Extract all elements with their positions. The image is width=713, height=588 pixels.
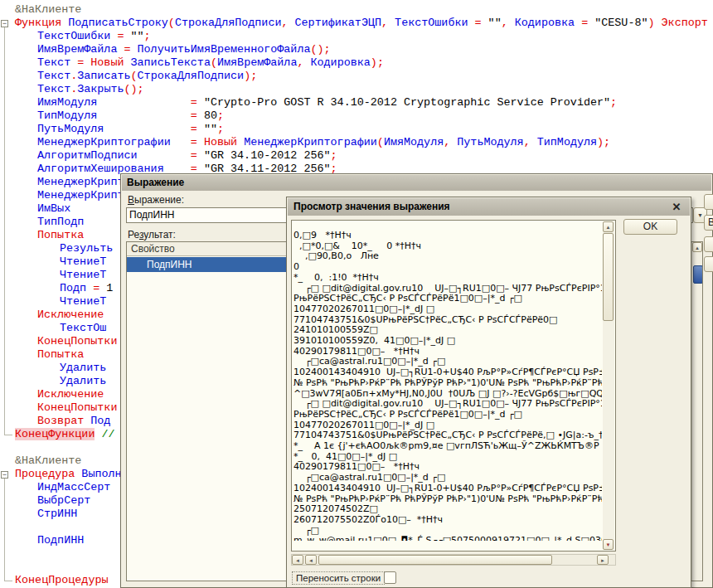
scroll-left-icon[interactable]: ◄ (292, 555, 303, 565)
code-line: Текст.Записать(СтрокаДляПодписи); (37, 70, 257, 83)
code-line: КонецФункции // (15, 428, 115, 441)
code-line: ЧтениеТ (60, 269, 106, 282)
expression-value-text[interactable]: 0,□9 *†Н†ч ,□*0,□& 10*_ 0 *†Н†ч ,□90,В0,… (293, 231, 602, 541)
expression-dialog-titlebar[interactable]: Выражение (122, 175, 711, 191)
scroll-up-icon[interactable]: ▲ (603, 221, 614, 232)
code-line: ПутьМодуля = ""; (37, 123, 224, 136)
code-line: Попытка (37, 348, 84, 362)
dialog-side-button[interactable] (704, 236, 713, 252)
code-line: Текст = Новый ЗаписьТекста(ИмяВремФайла,… (37, 56, 384, 70)
code-line: ПодпИНН (37, 534, 84, 547)
fold-guide-line (4, 27, 12, 435)
result-label: Результат: (128, 229, 176, 241)
code-line: Текст.Закрыть(); (37, 83, 144, 96)
code-line: ЧтениеТ (60, 295, 106, 309)
fold-collapse-icon[interactable]: − (1, 20, 8, 27)
scrollbar-thumb[interactable] (693, 265, 703, 284)
code-line: Исключение (37, 309, 104, 322)
scroll-down-icon[interactable]: ▼ (603, 539, 614, 550)
dialog-side-button[interactable] (704, 256, 713, 272)
fold-guide-line (4, 479, 12, 581)
code-line: Функция ПодписатьСтроку(СтрокаДляПодписи… (15, 17, 708, 30)
code-line: МенеджерКриптографии = Новый МенеджерКри… (37, 136, 610, 149)
code-line: ТекстОш (60, 322, 106, 335)
code-line: ТекстОшибки = ""; (37, 30, 151, 43)
code-line: Удалить (60, 362, 106, 375)
value-dialog-title: Просмотр значения выражения (293, 201, 450, 212)
code-line: Попытка (37, 229, 84, 242)
expression-value-dialog: Просмотр значения выражения ✕ 0,□9 *†Н†ч… (286, 197, 691, 588)
code-line: ВыбрСерт (37, 494, 90, 508)
code-line: Исключение (37, 388, 104, 401)
code-line: Процедура Выполн (15, 468, 122, 481)
expression-dialog-title: Выражение (127, 177, 184, 188)
ok-button[interactable]: OK (623, 219, 677, 235)
fold-collapse-icon[interactable]: − (1, 471, 8, 479)
code-line: ЧтениеТ (60, 255, 106, 269)
code-line: Возврат Под (37, 415, 110, 428)
code-line: КонецПопытки (37, 335, 117, 348)
value-vertical-scrollbar[interactable]: ▲ ▼ (603, 221, 614, 550)
wrap-lines-label[interactable]: Переносить строки (292, 571, 385, 585)
scroll-up-icon[interactable]: ▲ (692, 242, 702, 252)
value-horizontal-scrollbar[interactable]: ◄ ◄ ► (291, 554, 616, 566)
scroll-left-icon[interactable]: ◄ (305, 555, 317, 565)
code-line: ТипПодп (37, 216, 84, 229)
result-table-scrollbar[interactable]: ▲ (691, 242, 702, 581)
scroll-right-icon[interactable]: ► (597, 555, 609, 565)
code-line: АлгоритмПодписи = "GR 34.10-2012 256"; (37, 149, 337, 163)
code-line: ИмяВремФайла = ПолучитьИмяВременногоФайл… (37, 43, 331, 56)
code-line: &НаКлиенте (15, 3, 81, 17)
wrap-lines-checkbox[interactable] (384, 571, 396, 584)
code-line: Удалить (60, 375, 106, 388)
dialog-side-button[interactable] (704, 194, 713, 210)
code-line: КонецПроцедуры (15, 574, 109, 587)
code-line: ИмВых (37, 202, 70, 216)
value-dialog-titlebar[interactable]: Просмотр значения выражения ✕ (288, 198, 690, 216)
code-line: СтрИНН (37, 508, 77, 521)
code-line: Результь (60, 242, 113, 255)
code-line: ИмяМодуля = "Crypto-Pro GOST R 34.10-201… (37, 96, 617, 109)
scrollbar-thumb[interactable] (318, 555, 552, 565)
dialog-side-button[interactable]: В (704, 215, 713, 231)
expression-label: Выражение: (128, 194, 184, 206)
code-line: &НаКлиенте (15, 454, 81, 468)
code-line: ИндМассСерт (37, 481, 110, 494)
scrollbar-thumb[interactable] (603, 233, 614, 321)
code-line: ТипМодуля = 80; (37, 109, 224, 123)
close-icon[interactable]: ✕ (670, 201, 683, 214)
expression-value-area[interactable]: 0,□9 *†Н†ч ,□*0,□& 10*_ 0 *†Н†ч ,□90,В0,… (291, 220, 616, 552)
ide-screen: − − &НаКлиентеФункция ПодписатьСтроку(Ст… (0, 0, 713, 588)
code-line: Подп = 1 (60, 282, 113, 295)
code-line: КонецПопытки (37, 401, 117, 415)
